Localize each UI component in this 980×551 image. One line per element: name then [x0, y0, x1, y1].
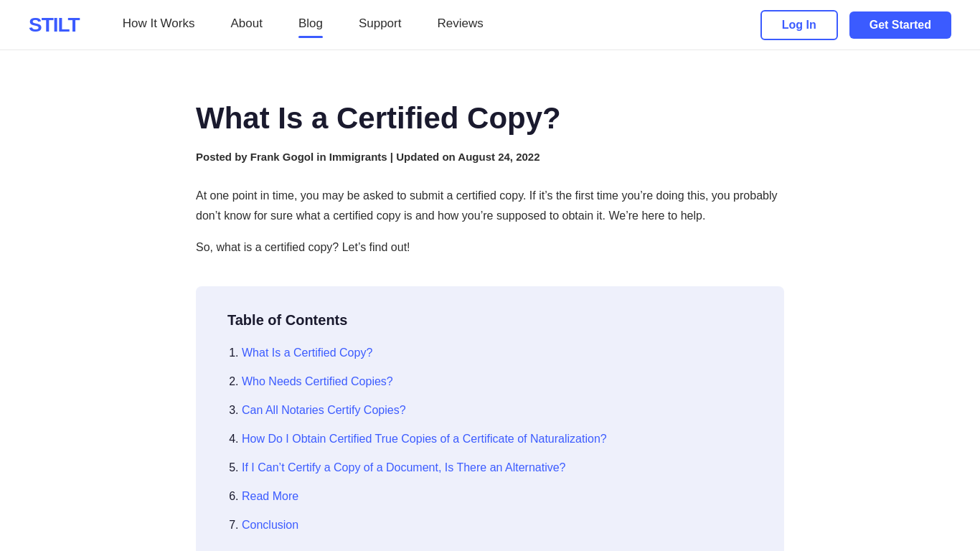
get-started-button[interactable]: Get Started: [849, 11, 951, 39]
toc-title: Table of Contents: [227, 312, 753, 329]
toc-link-2[interactable]: Who Needs Certified Copies?: [242, 375, 393, 387]
article-intro-p2: So, what is a certified copy? Let’s find…: [196, 237, 784, 258]
article-intro-p1: At one point in time, you may be asked t…: [196, 186, 784, 226]
toc-link-5[interactable]: If I Can’t Certify a Copy of a Document,…: [242, 461, 565, 474]
nav-item-blog[interactable]: Blog: [298, 17, 323, 34]
table-of-contents: Table of Contents What Is a Certified Co…: [196, 286, 784, 551]
site-logo[interactable]: STILT: [29, 14, 80, 37]
toc-link-7[interactable]: Conclusion: [242, 519, 298, 531]
toc-item-2: Who Needs Certified Copies?: [242, 373, 753, 390]
nav-item-about[interactable]: About: [230, 17, 262, 34]
site-header: STILT How It WorksAboutBlogSupportReview…: [0, 0, 980, 50]
toc-item-6: Read More: [242, 488, 753, 505]
toc-list: What Is a Certified Copy?Who Needs Certi…: [227, 344, 753, 534]
toc-item-3: Can All Notaries Certify Copies?: [242, 402, 753, 419]
nav-item-reviews[interactable]: Reviews: [437, 17, 483, 34]
article-content: What Is a Certified Copy? Posted by Fran…: [167, 50, 813, 551]
article-title: What Is a Certified Copy?: [196, 100, 784, 136]
toc-link-3[interactable]: Can All Notaries Certify Copies?: [242, 404, 406, 416]
nav-item-support[interactable]: Support: [359, 17, 402, 34]
header-actions: Log In Get Started: [760, 10, 951, 40]
toc-link-4[interactable]: How Do I Obtain Certified True Copies of…: [242, 433, 607, 445]
toc-item-1: What Is a Certified Copy?: [242, 344, 753, 362]
nav-item-how-it-works[interactable]: How It Works: [123, 17, 195, 34]
login-button[interactable]: Log In: [760, 10, 838, 40]
article-meta: Posted by Frank Gogol in Immigrants | Up…: [196, 151, 784, 163]
main-nav: How It WorksAboutBlogSupportReviews: [123, 17, 760, 34]
toc-item-7: Conclusion: [242, 517, 753, 534]
toc-item-4: How Do I Obtain Certified True Copies of…: [242, 430, 753, 448]
toc-link-1[interactable]: What Is a Certified Copy?: [242, 347, 372, 359]
toc-item-5: If I Can’t Certify a Copy of a Document,…: [242, 459, 753, 476]
toc-link-6[interactable]: Read More: [242, 490, 298, 502]
